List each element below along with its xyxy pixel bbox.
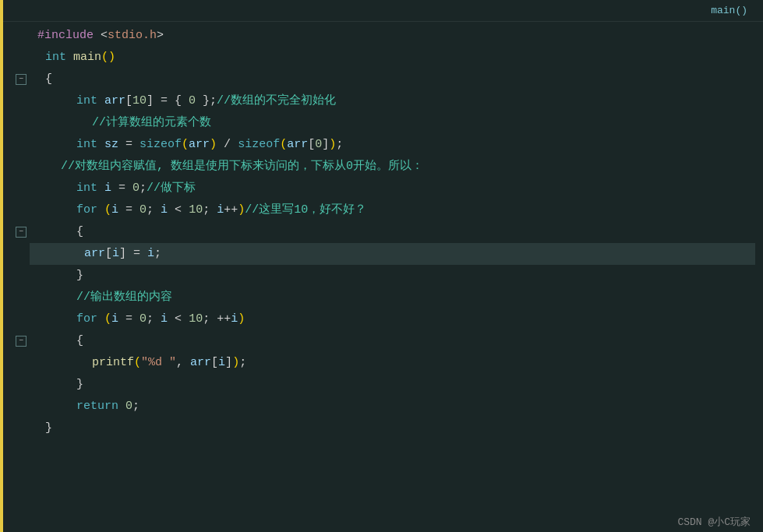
- top-bar: main(): [0, 0, 763, 22]
- code-line: printf("%d ", arr[i]);: [37, 352, 755, 374]
- code-line: int sz = sizeof(arr) / sizeof(arr[0]);: [37, 134, 755, 156]
- code-line: return 0;: [37, 396, 755, 417]
- code-editor: main() − − − #include <stdio.h> int main…: [0, 0, 763, 532]
- lines-container: #include <stdio.h> int main() { int arr[…: [30, 25, 763, 439]
- code-line: {: [37, 330, 755, 352]
- code-line: arr[i] = i;: [30, 243, 755, 265]
- fold-for2-button[interactable]: −: [16, 336, 26, 347]
- code-line: }: [37, 417, 755, 439]
- top-bar-label: main(): [711, 5, 747, 16]
- bottom-bar: CSDN @小C玩家: [665, 512, 763, 532]
- bottom-bar-label: CSDN @小C玩家: [677, 516, 751, 528]
- code-line: }: [37, 374, 755, 396]
- code-line: int i = 0;//做下标: [37, 178, 755, 199]
- code-line: {: [37, 69, 755, 90]
- code-line: #include <stdio.h>: [37, 25, 755, 47]
- code-line: for (i = 0; i < 10; i++)//这里写10，好不好？: [37, 199, 755, 221]
- fold-main-button[interactable]: −: [16, 74, 26, 85]
- code-line: //对数组内容赋值, 数组是使用下标来访问的，下标从0开始。所以：: [37, 156, 755, 178]
- code-line: }: [37, 265, 755, 287]
- code-line: {: [37, 221, 755, 243]
- code-line: int main(): [37, 47, 755, 69]
- code-line: //计算数组的元素个数: [37, 112, 755, 134]
- code-line: int arr[10] = { 0 };//数组的不完全初始化: [37, 90, 755, 112]
- fold-for1-button[interactable]: −: [16, 227, 26, 238]
- code-line: for (i = 0; i < 10; ++i): [37, 308, 755, 330]
- code-line: //输出数组的内容: [37, 287, 755, 308]
- code-area: − − − #include <stdio.h> int main() { in…: [0, 22, 763, 439]
